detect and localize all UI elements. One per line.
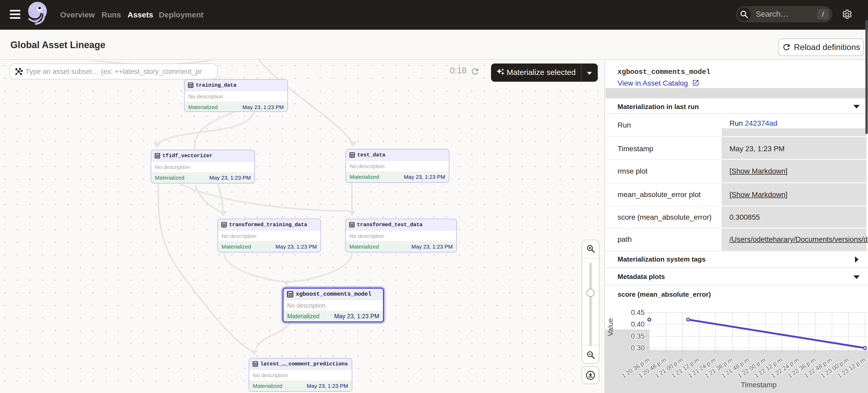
svg-text:Value: Value bbox=[606, 318, 614, 336]
svg-text:0.40: 0.40 bbox=[631, 320, 645, 328]
svg-text:0.30: 0.30 bbox=[631, 344, 645, 352]
svg-text:Timestamp: Timestamp bbox=[741, 381, 776, 389]
svg-text:0.45: 0.45 bbox=[631, 309, 645, 317]
svg-text:0.35: 0.35 bbox=[631, 332, 645, 340]
